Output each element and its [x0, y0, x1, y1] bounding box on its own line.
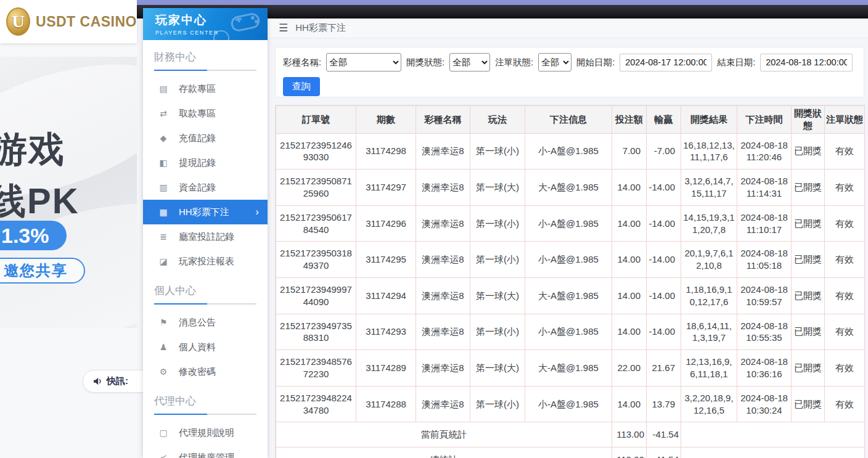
table-cell: -14.00	[647, 277, 681, 314]
sidebar-item-label: 取款專區	[179, 108, 216, 120]
sidebar-item-label: 玩家投注報表	[179, 256, 234, 268]
table-cell: 14.00	[612, 314, 647, 350]
table-cell: 20,1,9,7,6,12,10,8	[681, 242, 737, 278]
coin-logo-icon: U	[6, 7, 30, 36]
card-icon: ▤	[158, 84, 169, 94]
promo-cta-button[interactable]: 邀您共享	[0, 258, 85, 284]
site-logo[interactable]: U USDT CASINO	[0, 0, 137, 43]
table-cell: 第一球(小)	[470, 205, 525, 242]
table-cell: 小-A盤@1.985	[525, 386, 612, 422]
table-cell: 31174293	[356, 314, 416, 350]
content-header: ☰ HH彩票下注	[268, 18, 868, 38]
table-cell: 大-A盤@1.985	[525, 350, 612, 386]
sidebar-item-hh-lottery-bets[interactable]: ▦HH彩票下注›	[143, 200, 268, 224]
sidebar-item-agent-rules[interactable]: ▢代理規則說明	[143, 420, 268, 445]
table-cell: 第一球(大)	[470, 170, 525, 206]
section-title: 個人中心	[154, 284, 256, 298]
hamburger-menu-icon[interactable]: ☰	[279, 22, 288, 35]
table-cell: 14.00	[612, 242, 647, 278]
sidebar-item-label: 存款專區	[179, 83, 216, 95]
chevron-right-icon: ›	[255, 206, 259, 218]
table-cell: 澳洲幸运8	[416, 386, 470, 422]
end-date-input[interactable]	[760, 54, 853, 72]
sidebar-item-change-password[interactable]: ⚙修改密碼	[143, 359, 268, 384]
table-cell: 1,18,16,9,10,12,17,6	[681, 277, 737, 314]
sidebar-sections: 財務中心▤存款專區⇄取款專區◆充值記錄◧提現記錄▥資金記錄▦HH彩票下注›≣廳室…	[143, 50, 268, 458]
table-row: 215217239499974409031174294澳洲幸运8第一球(大)大-…	[276, 277, 865, 314]
sidebar-item-agent-promotion[interactable]: ≺代理推廣管理	[143, 445, 268, 458]
sidebar-item-withdraw-zone[interactable]: ⇄取款專區	[143, 101, 268, 126]
column-header: 期數	[356, 106, 416, 134]
table-cell: 有效	[825, 133, 865, 170]
sidebar-item-label: 修改密碼	[179, 366, 216, 378]
sidebar-item-label: 資金記錄	[179, 182, 216, 194]
table-cell: 2152172394999744090	[276, 277, 356, 314]
table-cell: 16,18,12,13,11,1,17,6	[681, 133, 737, 170]
table-cell: 有效	[825, 277, 865, 314]
table-cell: 14.00	[612, 170, 647, 206]
column-header: 玩法	[470, 106, 525, 134]
table-cell: -14.00	[647, 314, 681, 350]
page-title: HH彩票下注	[295, 22, 346, 34]
chart-icon: ◪	[158, 256, 169, 266]
wallet-icon: ◧	[158, 158, 169, 168]
sidebar-item-profile[interactable]: ♟個人資料	[143, 335, 268, 359]
table-row: 215217239485767223031174289澳洲幸运8第一球(大)大-…	[276, 350, 865, 386]
sidebar-item-label: 廳室投註記錄	[179, 231, 234, 243]
table-cell: 澳洲幸运8	[416, 242, 470, 278]
sidebar-item-funds-records[interactable]: ▥資金記錄	[143, 175, 268, 200]
players-center-sidebar: 玩家中心 PLAYERS CENTER 財務中心▤存款專區⇄取款專區◆充值記錄◧…	[143, 8, 268, 458]
news-label: 快訊:	[107, 375, 128, 387]
lottery-name-select[interactable]: 全部	[326, 53, 401, 72]
table-cell: -14.00	[647, 170, 681, 206]
table-cell: 21.67	[647, 350, 681, 386]
table-cell: 已開獎	[792, 205, 825, 242]
filter-panel: 彩種名稱: 全部 開獎狀態: 全部 注單狀態: 全部 開始日期: 結束日期: 查…	[275, 47, 864, 97]
promo-headline-2: 线PK	[0, 178, 80, 226]
sidebar-item-deposit-zone[interactable]: ▤存款專區	[143, 76, 268, 101]
summary-row-current-page: 當前頁統計113.00-41.54	[276, 422, 865, 448]
draw-status-select[interactable]: 全部	[449, 53, 490, 72]
gamepad-icon	[229, 10, 261, 35]
table-row: 215217239512469303031174298澳洲幸运8第一球(小)小-…	[276, 133, 865, 170]
table-row: 215217239497358831031174293澳洲幸运8第一球(小)小-…	[276, 314, 865, 350]
draw-status-label: 開獎狀態:	[406, 57, 444, 68]
start-date-input[interactable]	[620, 54, 712, 72]
table-cell: 31174289	[356, 350, 416, 386]
table-row: 215217239482243478031174288澳洲幸运8第一球(小)小-…	[276, 386, 865, 422]
sidebar-item-player-bet-report[interactable]: ◪玩家投注報表	[143, 249, 268, 274]
table-cell: 第一球(大)	[470, 350, 525, 386]
sidebar-item-recharge-records[interactable]: ◆充值記錄	[143, 126, 268, 150]
table-cell: 已開獎	[792, 386, 825, 422]
table-cell: 2152172395087125960	[276, 170, 356, 206]
table-cell: 澳洲幸运8	[416, 133, 470, 170]
bell-icon: ⚑	[158, 317, 169, 327]
speaker-icon	[92, 376, 103, 386]
table-cell: 12,13,16,9,6,11,18,1	[681, 350, 737, 386]
search-button[interactable]: 查詢	[283, 77, 320, 96]
table-cell: 14.00	[612, 205, 647, 242]
table-cell: 2024-08-18 10:59:57	[737, 277, 792, 314]
sidebar-item-label: 提現記錄	[179, 157, 216, 169]
table-cell: -14.00	[647, 205, 681, 242]
list-icon: ≣	[158, 232, 169, 242]
sidebar-item-withdrawal-records[interactable]: ◧提現記錄	[143, 150, 268, 175]
sidebar-item-announcements[interactable]: ⚑消息公告	[143, 310, 268, 335]
table-cell: 2024-08-18 11:14:31	[737, 170, 792, 206]
summary-empty-cell	[681, 422, 865, 448]
section-underline	[154, 70, 256, 71]
table-cell: 小-A盤@1.985	[525, 205, 612, 242]
promo-headline-1: 游戏	[0, 126, 65, 174]
table-cell: 31174288	[356, 386, 416, 422]
column-header: 注單狀態	[825, 106, 865, 134]
table-cell: 18,6,14,11,1,3,19,7	[681, 314, 737, 350]
table-cell: 2152172395061784540	[276, 205, 356, 242]
column-header: 下注時間	[737, 106, 792, 134]
table-cell: 2024-08-18 11:05:18	[737, 242, 792, 278]
table-cell: 31174297	[356, 170, 416, 206]
table-cell: 已開獎	[792, 350, 825, 386]
order-status-select[interactable]: 全部	[538, 53, 571, 72]
section-underline	[154, 414, 256, 415]
table-cell: 澳洲幸运8	[416, 314, 470, 350]
sidebar-item-room-bet-records[interactable]: ≣廳室投註記錄	[143, 224, 268, 249]
